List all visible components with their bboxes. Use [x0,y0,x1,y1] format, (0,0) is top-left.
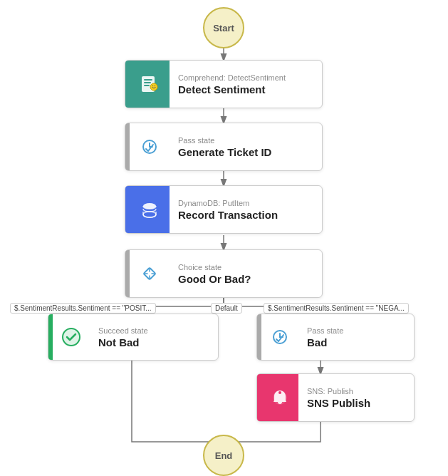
generate-ticket-icon [130,123,170,170]
not-bad-title: Not Bad [98,336,209,348]
svg-point-20 [278,391,281,394]
good-or-bad-node[interactable]: Choice state Good Or Bad? [125,249,323,298]
record-transaction-content: DynamoDB: PutItem Record Transaction [170,193,322,227]
sns-publish-node[interactable]: SNS: Publish SNS Publish [256,373,415,422]
record-transaction-icon [130,186,170,233]
bad-title: Bad [307,336,405,348]
svg-point-10 [152,86,153,86]
good-or-bad-type: Choice state [178,263,313,271]
detect-sentiment-icon [130,61,170,108]
choice-icon [130,250,170,297]
bad-icon [261,314,298,360]
detect-sentiment-node[interactable]: Comprehend: DetectSentiment Detect Senti… [125,60,323,108]
good-or-bad-content: Choice state Good Or Bad? [170,257,322,291]
svg-point-11 [155,86,155,86]
end-node: End [203,435,244,476]
sns-publish-type: SNS: Publish [307,387,405,395]
bad-type: Pass state [307,326,405,335]
svg-rect-8 [144,85,150,86]
record-transaction-node[interactable]: DynamoDB: PutItem Record Transaction [125,185,323,234]
workflow-canvas: Start Comprehend: DetectSentiment Detect… [0,0,448,476]
generate-ticket-title: Generate Ticket ID [178,146,313,158]
positive-label: $.SentimentResults.Sentiment == "POSIT..… [10,303,156,314]
record-transaction-title: Record Transaction [178,209,313,221]
start-node: Start [203,7,244,48]
bad-content: Pass state Bad [298,321,414,354]
sns-icon [261,374,298,421]
generate-ticket-type: Pass state [178,136,313,145]
succeed-icon [53,314,90,360]
svg-rect-6 [144,79,152,81]
sns-publish-title: SNS Publish [307,397,405,409]
bad-node[interactable]: Pass state Bad [256,314,415,361]
not-bad-content: Succeed state Not Bad [90,321,218,354]
not-bad-type: Succeed state [98,326,209,335]
good-or-bad-title: Good Or Bad? [178,273,313,285]
not-bad-node[interactable]: Succeed state Not Bad [48,314,219,361]
svg-point-9 [150,83,157,90]
generate-ticket-content: Pass state Generate Ticket ID [170,130,322,164]
end-label: End [215,450,233,461]
detect-sentiment-type: Comprehend: DetectSentiment [178,73,313,82]
svg-rect-7 [144,82,151,83]
start-label: Start [213,23,234,33]
detect-sentiment-content: Comprehend: DetectSentiment Detect Senti… [170,68,322,101]
negative-label: $.SentimentResults.Sentiment == "NEGA... [264,303,409,314]
detect-sentiment-title: Detect Sentiment [178,83,313,95]
svg-point-14 [143,212,156,217]
sns-publish-content: SNS: Publish SNS Publish [298,381,414,415]
default-label: Default [211,303,242,314]
generate-ticket-node[interactable]: Pass state Generate Ticket ID [125,123,323,171]
record-transaction-type: DynamoDB: PutItem [178,199,313,207]
